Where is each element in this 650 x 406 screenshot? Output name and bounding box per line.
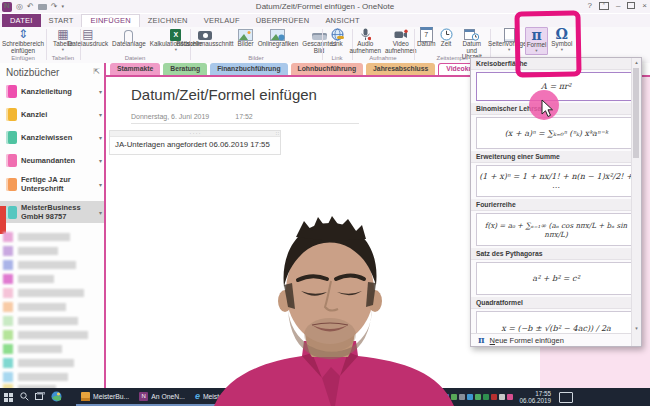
- pin-icon[interactable]: ⇱: [93, 67, 100, 76]
- chevron-down-icon[interactable]: ▾: [99, 209, 102, 216]
- notebook-icon: [6, 154, 17, 167]
- notebook-icon: [6, 108, 17, 121]
- insert-date-button[interactable]: 7 Datum: [416, 27, 437, 55]
- tray-icon[interactable]: [483, 394, 489, 400]
- notebook-icon: [6, 131, 17, 144]
- insert-datetime-button[interactable]: Datum und Uhrzeit: [456, 27, 488, 55]
- action-center-icon[interactable]: [559, 392, 573, 403]
- group-einfuegen: ⇕ Schreibbereich einfügen Einfügen: [2, 27, 44, 62]
- section-tab-lohnbuchfuehrung[interactable]: Lohnbuchführung: [291, 63, 364, 75]
- panel-scrollbar[interactable]: ▴ ▾: [631, 58, 641, 346]
- chevron-down-icon: ▾: [508, 48, 510, 51]
- notebook-meisterbusiness[interactable]: MeisterBusiness GmbH 98757 ▾: [0, 201, 104, 223]
- chevron-down-icon[interactable]: ▾: [99, 134, 102, 141]
- page-title[interactable]: Datum/Zeit/Formel einfügen: [131, 86, 317, 103]
- file-printout-button[interactable]: ▤ Dateiausdruck: [67, 27, 109, 55]
- tab-datei[interactable]: DATEI: [2, 14, 41, 27]
- scroll-up-icon[interactable]: ▴: [632, 59, 641, 65]
- notebook-kanzlei[interactable]: Kanzlei ▾: [0, 106, 104, 123]
- group-bilder: Bildschirmausschnitt Bilder Onlinegrafik…: [192, 27, 320, 62]
- restore-button[interactable]: [627, 2, 635, 9]
- resize-icon: ∷: [276, 131, 279, 136]
- insert-writing-area-button[interactable]: ⇕ Schreibbereich einfügen: [1, 27, 45, 55]
- note-text[interactable]: JA-Unterlagen angefordert 06.06.2019 17:…: [110, 137, 280, 149]
- scrollbar-thumb[interactable]: [633, 68, 639, 158]
- drag-grip-icon: · · · ·: [190, 131, 201, 136]
- partial-notebook-icon: [0, 206, 6, 234]
- minimize-button[interactable]: –: [616, 1, 620, 10]
- group-dateien: ▤ Dateiausdruck Dateianlage X Kalkulatio…: [82, 27, 188, 62]
- ribbon-display-options-icon[interactable]: ⌃: [599, 2, 609, 10]
- formula-section-header: Erweiterung einer Summe: [471, 151, 641, 163]
- folder-icon: [81, 392, 90, 401]
- group-link: Link Link: [324, 27, 350, 62]
- formula-item-satz-des-pythagoras[interactable]: a² + b² = c²: [476, 262, 636, 295]
- annotation-highlight-rectangle: [514, 10, 581, 77]
- start-button[interactable]: [0, 393, 16, 402]
- record-video-button[interactable]: Video aufnehmen: [384, 27, 418, 55]
- tab-einfuegen[interactable]: EINFÜGEN: [81, 14, 139, 28]
- formula-section-header: Satz des Pythagoras: [471, 248, 641, 260]
- chevron-down-icon: ▾: [62, 48, 64, 51]
- formula-section-header: Fourierreihe: [471, 199, 641, 211]
- notebook-fertige-ja[interactable]: Fertige JA zur Unterschrift ▾: [0, 173, 104, 195]
- section-color-border: [104, 63, 106, 388]
- section-tab-jahresabschluss[interactable]: Jahresabschluss: [366, 63, 435, 75]
- formula-item-fourierreihe[interactable]: f(x) = a₀ + ∑ₙ₌₁∞ (aₙ cos nπx/L + bₙ sin…: [476, 213, 636, 246]
- chevron-down-icon[interactable]: ▾: [99, 157, 102, 164]
- pictures-button[interactable]: Bilder: [237, 27, 255, 55]
- footer-label: eue Formel einfügen: [495, 336, 564, 345]
- chevron-down-icon[interactable]: ▾: [99, 88, 102, 95]
- tray-icon[interactable]: [491, 394, 497, 400]
- tray-icon[interactable]: [507, 394, 513, 400]
- tab-ansicht[interactable]: ANSICHT: [317, 14, 367, 27]
- page-time: 17:52: [235, 113, 253, 120]
- chevron-down-icon[interactable]: ▾: [99, 181, 102, 188]
- taskbar-button-meisterbusiness-folder[interactable]: MeisterBu...: [76, 388, 134, 406]
- insert-new-formula-button[interactable]: π Neue Formel einfügen: [471, 333, 641, 346]
- formula-section-header: Quadratformel: [471, 297, 641, 309]
- blurred-notebook-list: [0, 232, 104, 388]
- insert-time-button[interactable]: Zeit: [439, 27, 454, 55]
- notebook-icon: [6, 85, 17, 98]
- notebook-icon: [6, 178, 17, 191]
- note-container[interactable]: · · · · ∷ JA-Unterlagen angefordert 06.0…: [109, 130, 281, 155]
- screen-clipping-icon: [198, 28, 212, 41]
- notebook-neumandanten[interactable]: Neumandanten ▾: [0, 152, 104, 169]
- search-icon[interactable]: [16, 392, 32, 403]
- task-view-icon[interactable]: [32, 392, 48, 403]
- tab-ueberpruefen[interactable]: ÜBERPRÜFEN: [248, 14, 318, 27]
- scroll-down-icon[interactable]: ▾: [632, 325, 641, 331]
- notebook-kanzleiwissen[interactable]: Kanzleiwissen ▾: [0, 129, 104, 146]
- onenote-window: N ◎ ↶ ↷ ▾ Datum/Zeit/Formel einfügen - O…: [0, 0, 650, 406]
- taskbar-clock[interactable]: 17:55 06.06.2019: [519, 390, 551, 404]
- file-attachment-button[interactable]: Dateianlage: [111, 27, 147, 55]
- globe-app-icon[interactable]: [48, 391, 64, 404]
- section-tab-stammakte[interactable]: Stammakte: [110, 63, 160, 75]
- taskbar-button-onenote[interactable]: N An OneN...: [134, 388, 190, 406]
- tray-icon[interactable]: [499, 394, 505, 400]
- notebook-kanzleileitung[interactable]: Kanzleileitung ▾: [0, 83, 104, 100]
- tab-zeichnen[interactable]: ZEICHNEN: [140, 14, 196, 27]
- tab-start[interactable]: START: [41, 14, 82, 27]
- screen-clipping-button[interactable]: Bildschirmausschnitt: [175, 27, 234, 55]
- webcam-presenter-overlay: [200, 215, 480, 406]
- section-tab-beratung[interactable]: Beratung: [163, 63, 207, 75]
- section-tab-finanzbuchfuehrung[interactable]: Finanzbuchführung: [210, 63, 287, 75]
- note-container-handle[interactable]: · · · · ∷: [110, 131, 280, 137]
- online-pictures-button[interactable]: Onlinegrafiken: [257, 27, 300, 55]
- record-audio-button[interactable]: Audio aufnehmen: [349, 27, 383, 55]
- formula-item-binomischer-lehrsatz[interactable]: (x + a)ⁿ = ∑ₖ₌₀ⁿ (ⁿₖ) xᵏaⁿ⁻ᵏ: [476, 117, 636, 149]
- tab-verlauf[interactable]: VERLAUF: [196, 14, 248, 27]
- link-button[interactable]: Link: [330, 27, 345, 55]
- formula-item-erweiterung-einer-summe[interactable]: (1 + x)ⁿ = 1 + nx/1! + n(n − 1)x²/2! + …: [476, 165, 636, 197]
- window-title: Datum/Zeit/Formel einfügen - OneNote: [0, 2, 650, 11]
- group-aufnahme: Audio aufnehmen Video aufnehmen Aufnahme: [354, 27, 412, 62]
- chevron-down-icon[interactable]: ▾: [99, 111, 102, 118]
- help-button[interactable]: ?: [587, 1, 591, 10]
- notebook-icon: [6, 206, 17, 219]
- close-button[interactable]: ×: [642, 1, 647, 10]
- notebooks-sidebar: Notizbücher ⇱ Kanzleileitung ▾ Kanzlei ▾…: [0, 63, 104, 388]
- sidebar-header: Notizbücher: [6, 67, 59, 78]
- onenote-icon: N: [139, 392, 148, 401]
